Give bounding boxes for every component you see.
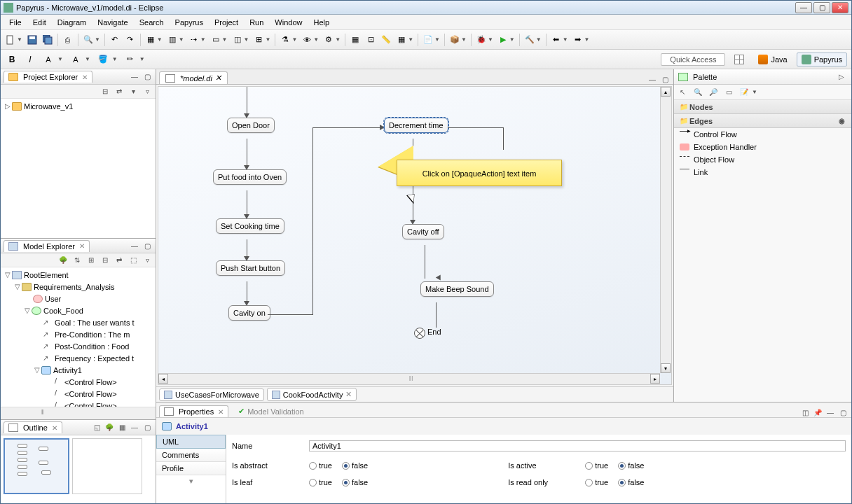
arrange-icon[interactable]: ⊞ [252, 33, 266, 47]
dropdown-icon[interactable]: ▼ [509, 36, 515, 43]
snap-icon[interactable]: ⊡ [364, 33, 378, 47]
collapse-icon[interactable]: ▽ [13, 283, 22, 290]
minimize-view-icon[interactable]: — [129, 241, 140, 251]
radio-readonly-false[interactable]: false [618, 478, 644, 486]
palette-section-nodes[interactable]: 📁 Nodes [674, 100, 851, 114]
scroll-up-icon[interactable]: ▴ [661, 87, 671, 97]
menu-window[interactable]: Window [269, 17, 308, 28]
run-icon[interactable]: ▶ [496, 33, 510, 47]
palette-item-object-flow[interactable]: Object Flow [674, 153, 851, 166]
dropdown-icon[interactable]: ▼ [179, 36, 184, 43]
close-icon[interactable]: ✕ [218, 408, 224, 416]
tree-item[interactable]: Frequency : Expected t [1, 352, 156, 364]
filter-icon[interactable]: ⚗ [278, 33, 292, 47]
new-icon[interactable] [4, 33, 18, 47]
open-perspective-button[interactable] [729, 52, 749, 66]
minimize-button[interactable]: — [795, 2, 812, 13]
tree-item[interactable]: <Control Flow> [1, 388, 156, 400]
new-view-icon[interactable]: ◫ [799, 407, 811, 417]
dropdown-icon[interactable]: ▼ [85, 56, 90, 62]
close-icon[interactable]: ✕ [345, 390, 352, 399]
outline-canvas[interactable] [1, 435, 156, 503]
menu-papyrus[interactable]: Papyrus [170, 17, 209, 28]
maximize-view-icon[interactable]: ▢ [142, 423, 153, 433]
redo-icon[interactable]: ↷ [123, 33, 137, 47]
node-set-time[interactable]: Set Cooking time [216, 218, 284, 234]
palette-item-exception[interactable]: Exception Handler [674, 141, 851, 153]
tree-item[interactable]: ▽Cook_Food [1, 304, 156, 316]
dropdown-icon[interactable]: ▼ [17, 36, 22, 43]
tree-toolbar-icon[interactable]: ⇅ [71, 255, 83, 265]
close-icon[interactable]: ✕ [52, 424, 57, 432]
line-color-icon[interactable]: ✏ [123, 52, 137, 66]
pin-icon[interactable]: ◉ [836, 116, 847, 126]
maximize-view-icon[interactable]: ▢ [142, 241, 153, 251]
close-icon[interactable]: ✕ [215, 74, 221, 83]
radio-leaf-true[interactable]: true [309, 478, 332, 486]
close-icon[interactable]: ✕ [79, 242, 85, 250]
radio-readonly-true[interactable]: true [585, 478, 608, 486]
view-menu-icon[interactable]: ▿ [142, 255, 153, 265]
dropdown-icon[interactable]: ▼ [291, 36, 297, 43]
menu-search[interactable]: Search [134, 17, 170, 28]
marquee-icon[interactable]: ▭ [723, 88, 734, 97]
forward-icon[interactable]: ➡ [571, 33, 585, 47]
dropdown-icon[interactable]: ▼ [265, 36, 270, 43]
tree-item[interactable]: Pre-Condition : The m [1, 328, 156, 340]
horizontal-scrollbar[interactable] [1, 407, 156, 419]
dropdown-icon[interactable]: ▼ [408, 36, 413, 43]
menu-file[interactable]: File [4, 17, 27, 28]
tree-item[interactable]: Post-Condition : Food [1, 340, 156, 352]
tab-properties[interactable]: Properties ✕ [159, 405, 228, 417]
package-icon[interactable]: 📦 [448, 33, 462, 47]
radio-active-true[interactable]: true [585, 461, 608, 470]
outline-tab[interactable]: Outline ✕ [4, 421, 62, 433]
minimize-view-icon[interactable]: — [129, 72, 140, 82]
horizontal-scrollbar[interactable]: ◂ ▸ [158, 373, 660, 384]
minimize-view-icon[interactable]: — [647, 74, 658, 84]
scroll-left-icon[interactable]: ◂ [158, 374, 168, 384]
close-button[interactable]: ✕ [832, 2, 848, 13]
dropdown-icon[interactable]: ▼ [57, 56, 63, 62]
maximize-view-icon[interactable]: ▢ [142, 72, 153, 82]
distribute-icon[interactable]: ▥ [165, 33, 179, 47]
zoom-in-icon[interactable]: 🔍 [692, 88, 703, 97]
select-icon[interactable]: ▭ [209, 33, 223, 47]
node-decrement-time[interactable]: Decrement time [384, 118, 448, 133]
menu-run[interactable]: Run [244, 17, 269, 28]
tree-item[interactable]: ▽RootElement [1, 269, 156, 281]
palette-item-link[interactable]: Link [674, 166, 851, 178]
tree-item[interactable]: ▽Requirements_Analysis [1, 281, 156, 293]
tree-toolbar-icon[interactable]: 🌳 [57, 255, 69, 265]
route-icon[interactable]: ⇢ [187, 33, 201, 47]
collapse-icon[interactable]: ▽ [23, 307, 32, 314]
node-cavity-off[interactable]: Cavity off [402, 224, 444, 239]
name-input[interactable] [309, 440, 846, 451]
collapse-icon[interactable]: ▽ [33, 366, 41, 374]
tree-item[interactable]: ▽Activity1 [1, 364, 156, 376]
collapse-icon[interactable]: ▽ [4, 271, 12, 279]
more-tabs-icon[interactable]: ▾ [156, 475, 226, 486]
maximize-button[interactable]: ▢ [813, 2, 830, 13]
side-tab-uml[interactable]: UML [156, 435, 226, 449]
dropdown-icon[interactable]: ▼ [434, 36, 440, 43]
new-wiz-icon[interactable]: 📄 [421, 33, 435, 47]
quick-access[interactable]: Quick Access [661, 53, 725, 66]
gear-icon[interactable]: ⚙ [322, 33, 336, 47]
close-icon[interactable]: ✕ [82, 74, 88, 81]
zoom-out-icon[interactable]: 🔎 [708, 88, 719, 97]
outline-thumbnail-2[interactable] [72, 438, 142, 494]
tree-item[interactable]: <Control Flow> [1, 376, 156, 388]
save-all-icon[interactable] [41, 33, 55, 47]
outline-thumbnail[interactable] [4, 438, 69, 494]
layout-icon[interactable]: ◫ [231, 33, 245, 47]
dropdown-icon[interactable]: ▼ [95, 36, 100, 43]
dropdown-icon[interactable]: ▼ [563, 36, 568, 43]
node-beep[interactable]: Make Beep Sound [420, 281, 494, 297]
project-explorer-tab[interactable]: Project Explorer ✕ [4, 71, 92, 83]
perspective-papyrus[interactable]: Papyrus [797, 52, 847, 66]
dropdown-icon[interactable]: ▼ [584, 36, 590, 43]
filter-icon[interactable]: ▾ [128, 87, 139, 97]
note-icon[interactable]: 📝 [738, 88, 750, 97]
outline-overview-icon[interactable]: ▦ [116, 423, 128, 433]
